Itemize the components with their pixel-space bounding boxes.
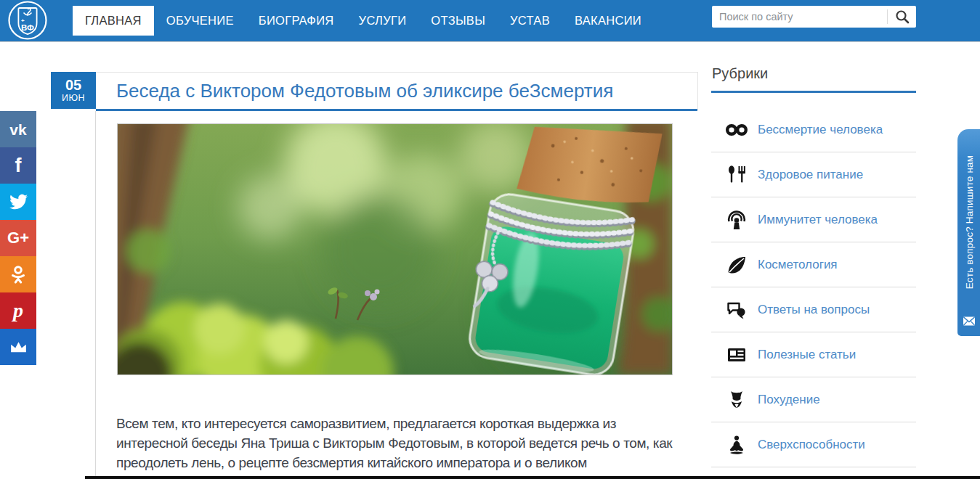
post-date-badge: 05 ИЮН <box>51 72 96 109</box>
sidebar-item-weight-loss[interactable]: Похудение <box>711 377 916 422</box>
twitter-bird-icon <box>9 194 28 210</box>
cutlery-icon <box>724 165 749 185</box>
nav-item-ustav[interactable]: УСТАВ <box>498 6 562 36</box>
nav-item-vakansii[interactable]: ВАКАНСИИ <box>562 6 654 36</box>
twitter-share-button[interactable] <box>0 184 36 220</box>
vk-share-button[interactable]: vk <box>0 111 36 147</box>
odnoklassniki-share-button[interactable] <box>0 256 36 292</box>
category-link[interactable]: Сверхспособности <box>758 438 865 452</box>
category-link[interactable]: Ответы на вопросы <box>758 303 870 317</box>
crown-icon <box>9 338 28 356</box>
facebook-share-button[interactable]: f <box>0 147 36 184</box>
categories-sidebar: Рубрики Бессмертие человека Здоровое пит… <box>711 65 916 479</box>
chat-icon <box>724 300 749 320</box>
post-title[interactable]: Беседа с Виктором Федотовым об эликсире … <box>116 80 613 102</box>
infinity-icon <box>724 121 749 139</box>
page: + ВФ ГЛАВНАЯ ОБУЧЕНИЕ БИОГРАФИЯ УСЛУГИ О… <box>0 0 980 479</box>
social-share-bar: vk f G+ p <box>0 111 36 365</box>
vk-icon: vk <box>9 122 26 137</box>
category-link[interactable]: Полезные статьи <box>758 348 856 362</box>
main-navigation: ГЛАВНАЯ ОБУЧЕНИЕ БИОГРАФИЯ УСЛУГИ ОТЗЫВЫ… <box>73 6 654 36</box>
category-link[interactable]: Бессмертие человека <box>758 123 883 137</box>
google-plus-icon: G+ <box>7 230 29 246</box>
category-link[interactable]: Иммунитет человека <box>758 213 878 227</box>
post-date-month: ИЮН <box>51 92 96 104</box>
immunity-icon <box>724 210 749 230</box>
site-search <box>712 6 916 28</box>
top-navbar: + ВФ ГЛАВНАЯ ОБУЧЕНИЕ БИОГРАФИЯ УСЛУГИ О… <box>0 0 980 42</box>
sidebar-item-immunity[interactable]: Иммунитет человека <box>711 197 916 242</box>
svg-text:ВФ: ВФ <box>21 23 34 32</box>
category-link[interactable]: Косметология <box>758 258 838 272</box>
facebook-icon: f <box>15 156 22 176</box>
category-link[interactable]: Похудение <box>758 393 820 407</box>
google-plus-share-button[interactable]: G+ <box>0 220 36 256</box>
title-underline <box>96 109 697 111</box>
sidebar-item-nutrition[interactable]: Здоровое питание <box>711 152 916 197</box>
post-title-block: Беседа с Виктором Федотовым об эликсире … <box>96 72 698 110</box>
sidebar-item-articles[interactable]: Полезные статьи <box>711 332 916 377</box>
search-icon <box>894 9 910 25</box>
sidebar-heading-underline <box>711 91 916 93</box>
sidebar-item-partial[interactable] <box>711 467 916 479</box>
sidebar-item-immortality[interactable]: Бессмертие человека <box>711 107 916 152</box>
elixir-bottle-photo <box>118 124 672 374</box>
nav-item-obuchenie[interactable]: ОБУЧЕНИЕ <box>154 6 246 36</box>
waist-icon <box>724 390 749 410</box>
contact-tab[interactable]: Есть вопрос? Напишите нам <box>957 129 980 336</box>
category-link[interactable]: Здоровое питание <box>758 168 863 182</box>
sidebar-item-cosmetology[interactable]: Косметология <box>711 242 916 287</box>
sidebar-heading: Рубрики <box>712 65 916 82</box>
site-logo[interactable]: + ВФ <box>7 0 48 41</box>
newspaper-icon <box>724 345 749 365</box>
nav-item-glavnaya[interactable]: ГЛАВНАЯ <box>73 6 154 36</box>
pinterest-share-button[interactable]: p <box>0 292 36 329</box>
nav-item-otzyvy[interactable]: ОТЗЫВЫ <box>418 6 498 36</box>
meditation-icon <box>724 435 749 455</box>
nav-item-biografiya[interactable]: БИОГРАФИЯ <box>246 6 347 36</box>
odnoklassniki-icon <box>9 265 28 284</box>
search-button[interactable] <box>888 6 916 28</box>
leaf-icon <box>724 255 749 275</box>
search-input[interactable] <box>712 11 887 22</box>
logo-emblem-icon: + ВФ <box>7 0 48 41</box>
article-image <box>117 123 673 375</box>
pinterest-icon: p <box>13 300 23 321</box>
surfingbird-share-button[interactable] <box>0 329 36 365</box>
sidebar-item-superpowers[interactable]: Сверхспособности <box>711 422 916 467</box>
nav-item-uslugi[interactable]: УСЛУГИ <box>347 6 419 36</box>
envelope-icon <box>963 316 975 326</box>
post-date-day: 05 <box>51 78 96 92</box>
article-paragraph: Всем тем, кто интересуется саморазвитием… <box>116 414 681 479</box>
contact-tab-label: Есть вопрос? Напишите нам <box>963 155 974 289</box>
sidebar-item-questions[interactable]: Ответы на вопросы <box>711 287 916 332</box>
content-left-border <box>95 111 96 479</box>
